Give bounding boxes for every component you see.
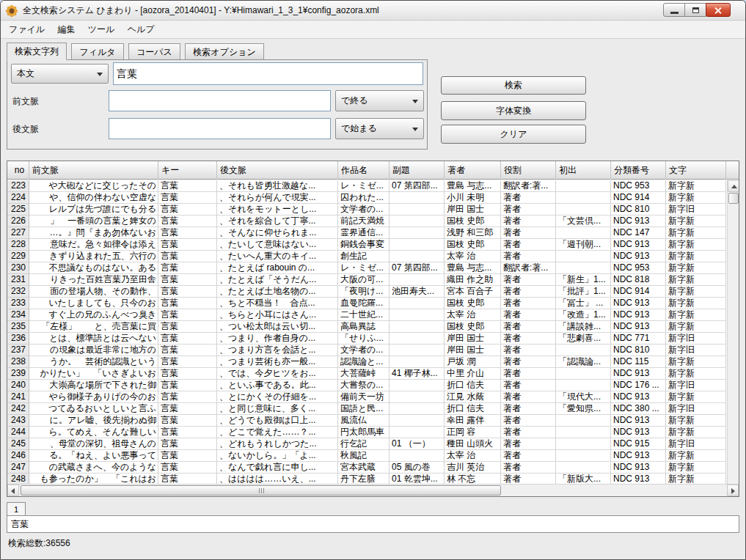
- table-row[interactable]: 232面の登場人物、その動作、言葉、たとえば土地名物の...「夜明け...池田寿…: [7, 286, 726, 298]
- cell-key[interactable]: 言葉: [158, 192, 217, 204]
- table-row[interactable]: 227…。』問『まあ勿体ないお言葉、そんなに仰せられま...霊界通信...浅野 …: [7, 227, 726, 239]
- cell-author[interactable]: 国枝 史郎: [445, 298, 501, 309]
- cell-no[interactable]: 245: [7, 438, 29, 450]
- cell-role[interactable]: 著者: [501, 333, 556, 345]
- cell-classification[interactable]: NDC 818: [611, 274, 666, 286]
- cell-charset[interactable]: 新字新: [666, 368, 726, 380]
- column-header-key[interactable]: キー: [158, 161, 217, 180]
- cell-post-context[interactable]: 、といふ事である。此...: [217, 380, 338, 391]
- cell-post-context[interactable]: 、そんなに仰せられま...: [217, 227, 338, 239]
- cell-author[interactable]: 戸坂 潤: [445, 356, 501, 368]
- cell-charset[interactable]: 新字新: [666, 215, 726, 227]
- cell-work-title[interactable]: 大阪の可...: [338, 274, 390, 286]
- cell-role[interactable]: 著者: [501, 251, 556, 262]
- cell-author[interactable]: 織田 作之助: [445, 274, 501, 286]
- cell-no[interactable]: 234: [7, 309, 29, 321]
- search-query-input[interactable]: [113, 62, 423, 85]
- cell-pre-context[interactable]: 」 一番頭の言葉と婢女の: [29, 215, 158, 227]
- cell-post-context[interactable]: 、どこで覚えた……？...: [217, 427, 338, 438]
- cell-first-publication[interactable]: 「現代大...: [556, 391, 611, 403]
- cell-key[interactable]: 言葉: [158, 345, 217, 356]
- cell-role[interactable]: 著者: [501, 356, 556, 368]
- cell-no[interactable]: 244: [7, 427, 29, 438]
- cell-author[interactable]: 国枝 史郎: [445, 321, 501, 333]
- cell-role[interactable]: 著者: [501, 391, 556, 403]
- cell-subtitle[interactable]: [390, 356, 445, 368]
- table-row[interactable]: 241やら御様子ありげの今のお言葉、とにかくその仔細を...備前天一坊江見 水蔭…: [7, 391, 726, 403]
- cell-no[interactable]: 229: [7, 251, 29, 262]
- cell-charset[interactable]: 新字新: [666, 286, 726, 298]
- cell-first-publication[interactable]: [556, 438, 611, 450]
- cell-post-context[interactable]: 、つい松太郎は云い切...: [217, 321, 338, 333]
- cell-pre-context[interactable]: 大崇高な場所で下された御: [29, 380, 158, 391]
- cell-post-context[interactable]: 、どれもうれしかつた...: [217, 438, 338, 450]
- cell-pre-context[interactable]: や大砲などに交じったその: [29, 180, 158, 192]
- cell-classification[interactable]: NDC 913: [611, 239, 666, 251]
- cell-work-title[interactable]: 風流仏: [338, 415, 390, 427]
- cell-post-context[interactable]: 、たとえば rabouin の...: [217, 262, 338, 274]
- cell-classification[interactable]: NDC 771: [611, 333, 666, 345]
- cell-pre-context[interactable]: 、母堂の深切、祖母さんの: [29, 438, 158, 450]
- menu-item-file[interactable]: ファイル: [4, 21, 50, 38]
- cell-subtitle[interactable]: 01 （一）: [390, 438, 445, 450]
- table-row[interactable]: 233いたしましても、只今のお言葉、ちと不穏当！ 合点...血曼陀羅...国枝 …: [7, 298, 726, 309]
- cell-charset[interactable]: 新字新: [666, 462, 726, 474]
- cell-post-context[interactable]: 、なんで戯れ言に申し...: [217, 462, 338, 474]
- cell-no[interactable]: 233: [7, 298, 29, 309]
- cell-post-context[interactable]: 、それも皆勇壮激越な...: [217, 180, 338, 192]
- cell-author[interactable]: 国枝 史郎: [445, 215, 501, 227]
- cell-pre-context[interactable]: やら御様子ありげの今のお: [29, 391, 158, 403]
- cell-classification[interactable]: NDC 953: [611, 262, 666, 274]
- cell-post-context[interactable]: 、ないかしら。」「よ...: [217, 450, 338, 462]
- cell-charset[interactable]: 新字新: [666, 227, 726, 239]
- cell-subtitle[interactable]: 07 第四部...: [390, 262, 445, 274]
- cell-subtitle[interactable]: [390, 204, 445, 215]
- cell-classification[interactable]: NDC 380 ...: [611, 403, 666, 415]
- cell-work-title[interactable]: 霊界通信...: [338, 227, 390, 239]
- cell-first-publication[interactable]: 「文芸倶...: [556, 215, 611, 227]
- cell-author[interactable]: 太宰 治: [445, 309, 501, 321]
- cell-key[interactable]: 言葉: [158, 380, 217, 391]
- cell-first-publication[interactable]: [556, 227, 611, 239]
- cell-classification[interactable]: NDC 147: [611, 227, 666, 239]
- cell-no[interactable]: 238: [7, 356, 29, 368]
- table-row[interactable]: 235「左様」 と、売言葉に買言葉、つい松太郎は云い切...高島異誌国枝 史郎著…: [7, 321, 726, 333]
- scroll-left-arrow-icon[interactable]: [7, 485, 19, 496]
- cell-work-title[interactable]: 「夜明け...: [338, 286, 390, 298]
- cell-no[interactable]: 223: [7, 180, 29, 192]
- cell-no[interactable]: 243: [7, 415, 29, 427]
- cell-classification[interactable]: NDC 915: [611, 438, 666, 450]
- cell-classification[interactable]: NDC 913: [611, 462, 666, 474]
- cell-classification[interactable]: NDC 953: [611, 180, 666, 192]
- table-row[interactable]: 244ら。てめえ、そんな難しい言葉、どこで覚えた……？...円太郎馬車正岡 容著…: [7, 427, 726, 438]
- cell-no[interactable]: 228: [7, 239, 29, 251]
- cell-pre-context[interactable]: りきった百姓言葉乃至田舎: [29, 274, 158, 286]
- cell-role[interactable]: 翻訳者:著...: [501, 262, 556, 274]
- scroll-up-arrow-icon[interactable]: [728, 180, 739, 192]
- cell-pre-context[interactable]: る。「ねえ、よい悪事って: [29, 450, 158, 462]
- cell-no[interactable]: 247: [7, 462, 29, 474]
- cell-first-publication[interactable]: [556, 204, 611, 215]
- cell-post-context[interactable]: 、たいして意味はない...: [217, 239, 338, 251]
- table-row[interactable]: 236とは、標準語とは云へない言葉、つまり、作者自身の...「せりふ...岸田 …: [7, 333, 726, 345]
- cell-classification[interactable]: NDC 913: [611, 427, 666, 438]
- cell-no[interactable]: 240: [7, 380, 29, 391]
- cell-charset[interactable]: 新字新: [666, 251, 726, 262]
- cell-subtitle[interactable]: [390, 274, 445, 286]
- cell-charset[interactable]: 新字旧: [666, 345, 726, 356]
- column-header-role[interactable]: 役割: [501, 161, 556, 180]
- cell-subtitle[interactable]: 07 第四部...: [390, 180, 445, 192]
- cell-key[interactable]: 言葉: [158, 286, 217, 298]
- cell-work-title[interactable]: 認識論と...: [338, 356, 390, 368]
- cell-no[interactable]: 237: [7, 345, 29, 356]
- search-target-select[interactable]: 本文: [11, 64, 109, 84]
- cell-pre-context[interactable]: 「左様」 と、売言葉に買: [29, 321, 158, 333]
- column-header-charset[interactable]: 文字: [666, 161, 726, 180]
- table-row[interactable]: 223や大砲などに交じったその言葉、それも皆勇壮激越な...レ・ミゼ...07 …: [7, 180, 726, 192]
- cell-pre-context[interactable]: …。』問『まあ勿体ないお: [29, 227, 158, 239]
- cell-classification[interactable]: NDC 913: [611, 450, 666, 462]
- table-row[interactable]: 234すぐ上の兄のふんべつ臭き言葉、ちらと小耳にはさん...二十世紀...太宰 …: [7, 309, 726, 321]
- cell-key[interactable]: 言葉: [158, 309, 217, 321]
- cell-author[interactable]: 折口 信夫: [445, 403, 501, 415]
- cell-subtitle[interactable]: [390, 309, 445, 321]
